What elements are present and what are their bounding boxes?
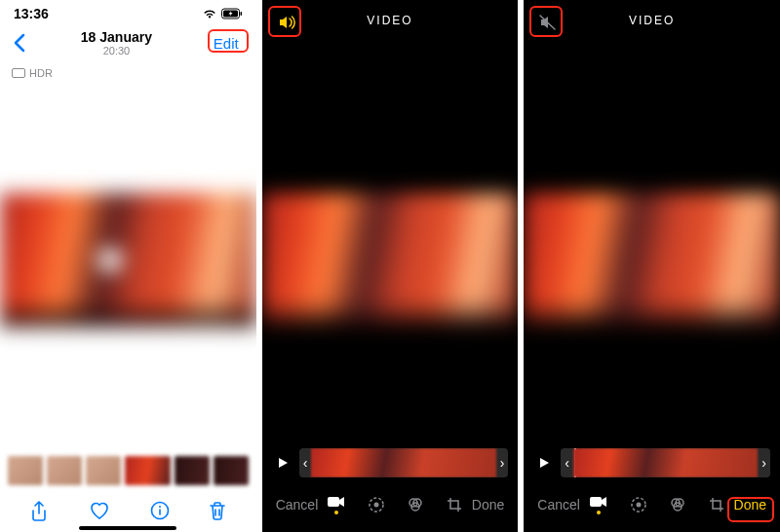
annotation-highlight-done bbox=[727, 497, 774, 522]
video-edit-panel-sound-on: VIDEO ‹ › Cancel Done bbox=[262, 0, 519, 532]
adjust-icon bbox=[630, 496, 647, 513]
date-sub: 20:30 bbox=[25, 45, 208, 57]
video-preview[interactable] bbox=[262, 193, 519, 327]
battery-icon bbox=[221, 8, 243, 19]
play-icon bbox=[537, 456, 551, 470]
video-tab[interactable] bbox=[327, 495, 346, 514]
adjust-tab[interactable] bbox=[368, 496, 385, 513]
crop-icon bbox=[446, 496, 463, 513]
scrubber[interactable]: ‹ › bbox=[561, 448, 770, 477]
info-icon bbox=[150, 501, 170, 520]
hdr-label: HDR bbox=[29, 67, 53, 79]
date-main: 18 January bbox=[25, 29, 208, 45]
filters-icon bbox=[407, 496, 424, 513]
scrubber[interactable]: ‹ › bbox=[299, 448, 509, 477]
status-bar: 13:36 bbox=[0, 0, 256, 21]
svg-rect-5 bbox=[328, 497, 339, 507]
bottom-toolbar bbox=[0, 497, 256, 526]
play-icon bbox=[276, 456, 290, 470]
hdr-badge: HDR bbox=[12, 67, 53, 79]
trim-start-handle[interactable]: ‹ bbox=[561, 455, 573, 471]
status-icons bbox=[202, 8, 243, 19]
preview-spotlight bbox=[94, 244, 127, 277]
thumbnail[interactable] bbox=[47, 456, 82, 485]
video-timeline: ‹ › bbox=[272, 448, 509, 477]
wifi-icon bbox=[202, 8, 217, 19]
back-button[interactable] bbox=[12, 33, 25, 53]
active-indicator bbox=[334, 511, 338, 514]
edit-toolbar: Cancel Done bbox=[262, 495, 519, 514]
share-button[interactable] bbox=[29, 501, 49, 522]
crop-icon bbox=[708, 496, 725, 513]
active-indicator bbox=[597, 511, 601, 514]
thumbnail[interactable] bbox=[86, 456, 121, 485]
scrubber-frames bbox=[573, 448, 758, 477]
video-icon bbox=[327, 495, 346, 509]
trim-end-handle[interactable]: › bbox=[496, 455, 509, 471]
trash-icon bbox=[209, 501, 226, 520]
video-icon bbox=[589, 495, 608, 509]
edit-title: VIDEO bbox=[629, 14, 675, 27]
home-indicator[interactable] bbox=[79, 526, 176, 530]
play-button[interactable] bbox=[272, 452, 293, 474]
video-edit-panel-sound-off: VIDEO ‹ › Cancel Done bbox=[524, 0, 780, 532]
favorite-button[interactable] bbox=[89, 501, 110, 522]
thumbnail-strip[interactable] bbox=[8, 456, 249, 485]
crop-tab[interactable] bbox=[446, 496, 463, 513]
annotation-highlight-edit bbox=[208, 29, 249, 53]
info-button[interactable] bbox=[150, 501, 170, 522]
thumbnail[interactable] bbox=[175, 456, 210, 485]
thumbnail-active[interactable] bbox=[125, 456, 171, 485]
scrubber-frames bbox=[311, 448, 495, 477]
done-button-disabled[interactable]: Done bbox=[472, 497, 504, 513]
edit-tool-icons bbox=[327, 495, 463, 514]
trim-end-handle[interactable]: › bbox=[758, 455, 770, 471]
adjust-icon bbox=[368, 496, 385, 513]
filters-icon bbox=[669, 496, 686, 513]
video-timeline: ‹ › bbox=[533, 448, 770, 477]
svg-rect-2 bbox=[240, 12, 242, 16]
date-header: 18 January 20:30 bbox=[25, 29, 208, 57]
trim-start-handle[interactable]: ‹ bbox=[299, 455, 312, 471]
play-button[interactable] bbox=[533, 452, 555, 474]
cancel-button[interactable]: Cancel bbox=[276, 497, 319, 513]
video-tab[interactable] bbox=[589, 495, 608, 514]
preview-silhouette bbox=[0, 300, 256, 327]
hdr-icon bbox=[12, 68, 25, 78]
annotation-highlight-muted bbox=[529, 6, 563, 37]
svg-point-13 bbox=[636, 503, 641, 508]
edit-title: VIDEO bbox=[367, 14, 412, 27]
svg-point-7 bbox=[374, 503, 379, 508]
svg-point-4 bbox=[159, 506, 161, 508]
svg-rect-11 bbox=[590, 497, 602, 507]
photos-viewer-panel: 13:36 18 January 20:30 Edit HDR bbox=[0, 0, 256, 532]
status-time: 13:36 bbox=[14, 6, 49, 21]
edit-tool-icons bbox=[589, 495, 725, 514]
filters-tab[interactable] bbox=[669, 496, 686, 513]
delete-button[interactable] bbox=[209, 501, 226, 522]
heart-icon bbox=[89, 501, 110, 520]
chevron-left-icon bbox=[12, 33, 25, 53]
thumbnail[interactable] bbox=[214, 456, 249, 485]
share-icon bbox=[29, 501, 49, 522]
cancel-button[interactable]: Cancel bbox=[537, 497, 580, 513]
video-preview[interactable] bbox=[524, 193, 780, 327]
thumbnail[interactable] bbox=[8, 456, 43, 485]
adjust-tab[interactable] bbox=[630, 496, 647, 513]
video-preview[interactable] bbox=[0, 193, 256, 327]
filters-tab[interactable] bbox=[407, 496, 424, 513]
annotation-highlight-sound bbox=[268, 6, 301, 37]
crop-tab[interactable] bbox=[708, 496, 725, 513]
